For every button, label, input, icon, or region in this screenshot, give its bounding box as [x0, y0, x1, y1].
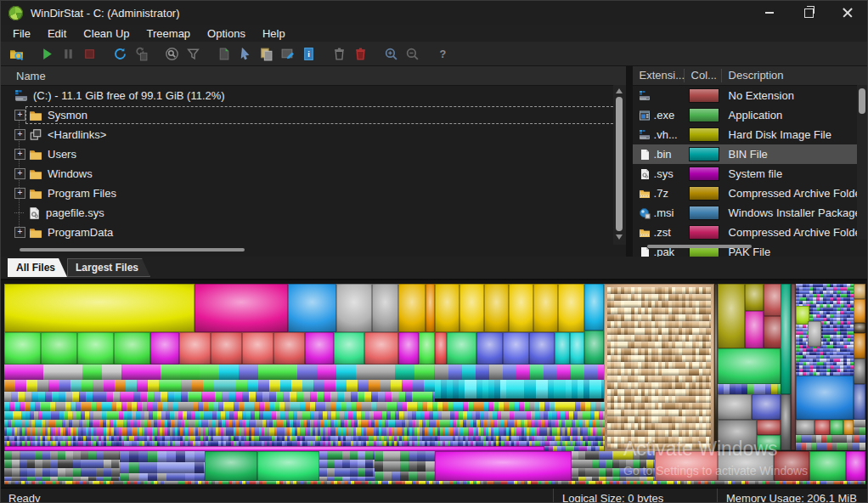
treemap-cell[interactable]: [38, 392, 45, 402]
treemap-cell[interactable]: [592, 468, 599, 477]
expand-plus-icon[interactable]: [14, 227, 25, 238]
treemap-cell[interactable]: [364, 392, 371, 402]
treemap-cell[interactable]: [276, 392, 283, 402]
treemap-block[interactable]: [854, 333, 865, 359]
treemap-block[interactable]: [655, 451, 718, 481]
treemap-cell[interactable]: [96, 451, 104, 460]
treemap-cell[interactable]: [35, 460, 42, 468]
restore-button[interactable]: [789, 1, 828, 25]
treemap-cell[interactable]: [138, 451, 148, 462]
tree-item-c-11-1-gib-free-of[interactable]: (C:) - 11.1 GiB free of 99.1 GiB (11.2%): [1, 86, 626, 105]
treemap-cell[interactable]: [653, 468, 655, 477]
treemap-cell[interactable]: [578, 451, 585, 460]
treemap-cell[interactable]: [603, 411, 605, 420]
treemap-cell[interactable]: [417, 461, 426, 472]
treemap-block[interactable]: [41, 332, 77, 365]
treemap-cell[interactable]: [417, 451, 426, 461]
treemap-cell[interactable]: [413, 380, 424, 392]
treemap-cell[interactable]: [35, 468, 42, 477]
configure-button[interactable]: [277, 43, 298, 65]
treemap-block[interactable]: [398, 284, 426, 332]
treemap-cell[interactable]: [626, 468, 633, 477]
treemap-cell[interactable]: [600, 402, 605, 411]
treemap-block[interactable]: [194, 284, 288, 332]
help-button[interactable]: ?: [432, 43, 454, 65]
tree-item-program-files[interactable]: Program Files: [1, 184, 626, 203]
treemap-cell[interactable]: [185, 462, 194, 473]
treemap-cell[interactable]: [626, 451, 633, 460]
treemap-cell[interactable]: [342, 460, 350, 468]
tree-column-header[interactable]: Name: [1, 66, 626, 86]
treemap-cell[interactable]: [141, 365, 161, 380]
treemap-cell[interactable]: [302, 380, 313, 392]
treemap-cell[interactable]: [138, 462, 148, 473]
treemap-cell[interactable]: [392, 451, 400, 461]
menu-item-options[interactable]: Options: [199, 27, 254, 40]
treemap-cell[interactable]: [335, 460, 342, 468]
treemap-block[interactable]: [257, 451, 319, 481]
expand-plus-icon[interactable]: [14, 168, 25, 179]
treemap-cell[interactable]: [462, 365, 476, 380]
treemap-cell[interactable]: [375, 461, 383, 472]
treemap-cell[interactable]: [167, 392, 174, 402]
treemap-block[interactable]: [584, 284, 604, 331]
treemap-cell[interactable]: [771, 384, 777, 394]
treemap-cell[interactable]: [15, 380, 26, 392]
treemap-cell[interactable]: [350, 451, 358, 460]
treemap-cell[interactable]: [612, 451, 619, 460]
treemap-cell[interactable]: [426, 472, 434, 481]
treemap-cell[interactable]: [215, 392, 222, 402]
treemap-cell[interactable]: [412, 392, 419, 402]
treemap-cell[interactable]: [176, 451, 185, 462]
treemap-cell[interactable]: [653, 451, 655, 460]
tree-vscroll-thumb[interactable]: [616, 97, 623, 231]
treemap-block[interactable]: [584, 331, 604, 365]
treemap-block[interactable]: [426, 284, 435, 332]
treemap-cell[interactable]: [358, 460, 365, 468]
treemap-cell[interactable]: [365, 451, 373, 460]
treemap-cell[interactable]: [185, 473, 194, 481]
treemap-cell[interactable]: [709, 382, 711, 389]
treemap-cell[interactable]: [542, 380, 548, 398]
treemap-cell[interactable]: [718, 384, 724, 394]
treemap-cell[interactable]: [65, 451, 73, 460]
treemap-cell[interactable]: [380, 380, 391, 392]
treemap-cell[interactable]: [335, 468, 342, 477]
treemap-cell[interactable]: [747, 384, 753, 394]
scroll-down-icon[interactable]: [616, 235, 623, 240]
treemap-cell[interactable]: [447, 380, 453, 398]
treemap-cell[interactable]: [459, 380, 465, 398]
tab-all-files[interactable]: All Files: [8, 258, 67, 277]
treemap-cell[interactable]: [65, 460, 73, 468]
treemap-cell[interactable]: [424, 380, 435, 392]
treemap-block[interactable]: [843, 420, 854, 435]
treemap-cell[interactable]: [269, 392, 276, 402]
copy-clipboard-button[interactable]: [256, 43, 277, 65]
treemap-cell[interactable]: [709, 287, 711, 294]
treemap-cell[interactable]: [336, 365, 356, 380]
treemap-cell[interactable]: [208, 392, 215, 402]
treemap-cell[interactable]: [59, 380, 70, 392]
treemap-cell[interactable]: [113, 392, 120, 402]
treemap-cell[interactable]: [247, 380, 258, 392]
treemap-cell[interactable]: [291, 380, 302, 392]
extension-row-vh[interactable]: .vh...Hard Disk Image File: [633, 125, 867, 144]
treemap-cell[interactable]: [330, 392, 337, 402]
treemap-cell[interactable]: [544, 365, 557, 380]
treemap-cell[interactable]: [709, 314, 711, 321]
treemap-cell[interactable]: [4, 365, 24, 380]
treemap-cell[interactable]: [375, 472, 383, 481]
treemap-block[interactable]: [529, 332, 555, 365]
extension-row-bin[interactable]: .binBIN File: [633, 144, 867, 164]
treemap-cell[interactable]: [111, 460, 119, 468]
treemap-cell[interactable]: [104, 380, 115, 392]
treemap-block[interactable]: [718, 451, 774, 481]
refresh-all-button[interactable]: [110, 43, 131, 65]
treemap-cell[interactable]: [111, 451, 119, 460]
name-column-header[interactable]: Name: [1, 70, 46, 82]
treemap-block[interactable]: [796, 376, 854, 420]
treemap-block[interactable]: [435, 284, 459, 332]
treemap-cell[interactable]: [161, 365, 180, 380]
treemap-cell[interactable]: [228, 392, 235, 402]
treemap-cell[interactable]: [203, 380, 214, 392]
